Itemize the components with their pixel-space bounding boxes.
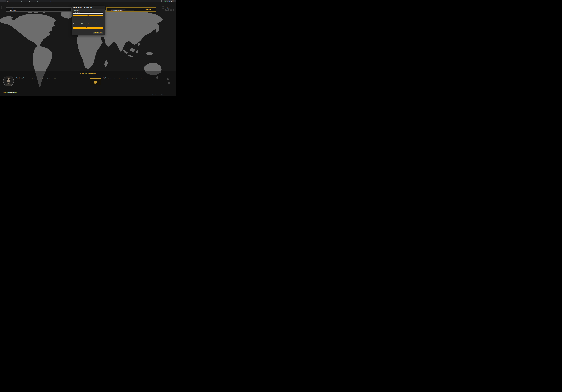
level-widget: Level 0 0 Points <box>162 5 164 10</box>
attribution-text: The map is based on public domain map da… <box>144 94 165 95</box>
map-zoom-in-button[interactable]: + <box>1 6 2 8</box>
back-icon[interactable]: ← <box>1 0 2 1</box>
maturity-circles <box>165 9 176 11</box>
share-icon[interactable] <box>161 0 162 1</box>
crossed-swords-icon <box>7 9 9 11</box>
email-label: Email Address <box>73 10 103 11</box>
attribution-link-2[interactable]: amCharts <box>172 94 175 95</box>
continue-as-guest-button[interactable]: Continue as guest <box>93 32 103 34</box>
accuracy-label: Accuracy <box>165 7 176 8</box>
attribution-link-1[interactable]: Natural Earth <box>165 94 170 95</box>
java-cup-icon <box>108 9 110 11</box>
forward-icon[interactable]: → <box>3 0 4 1</box>
attribution-and: and <box>171 94 172 95</box>
login-modal: Log in to track your progress Email Addr… <box>72 6 105 35</box>
secure-code-warrior-portal: ← → ↻ portal.securecodewarrior.com/?utm_… <box>0 0 176 96</box>
adversary-alias: Alias: Firstname Lastname <box>16 77 27 78</box>
extension-icon-blue[interactable] <box>169 0 170 1</box>
reload-icon[interactable]: ↻ <box>4 0 5 1</box>
maturity-circle-3 <box>170 9 172 11</box>
extensions-puzzle-icon[interactable] <box>171 0 172 1</box>
language-title: Java <box>111 8 123 10</box>
email-input[interactable] <box>73 12 103 14</box>
adversary-description: Subject is well-known for targeting worl… <box>16 78 58 79</box>
maturity-circle-4 <box>173 9 175 11</box>
map-attribution: The map is based on public domain map da… <box>144 94 175 95</box>
maturity-circle-2 <box>167 9 169 11</box>
maturity-label: Security Maturity <box>165 8 176 9</box>
adversary-profile-heading: ADVERSARY PROFILE <box>16 75 32 77</box>
mission-section-backdrop <box>0 71 176 96</box>
map-zoom-controls: + − <box>1 6 2 9</box>
adversary-avatar <box>3 76 14 87</box>
footer-divider <box>0 90 176 90</box>
chevron-down-icon[interactable]: ▾ <box>154 9 154 10</box>
weaknesses-title: Most Critical Weaknesses <box>165 6 176 7</box>
no-account-heading: Don't have an SCW account? <box>73 22 103 22</box>
enter-game-mode-button[interactable]: Enter game mode <box>7 92 17 93</box>
signup-description: Sign up for a free 14-day trial to track… <box>73 23 103 26</box>
map-zoom-out-button[interactable]: − <box>1 8 2 9</box>
login-modal-title: Log in to track your progress <box>72 6 105 9</box>
threat-name: SQL injection <box>103 77 108 78</box>
chrome-toolbar-right: C ⋮ <box>165 0 176 2</box>
points-value: 0 <box>162 9 164 10</box>
address-bar[interactable]: portal.securecodewarrior.com/?utm_source… <box>6 0 164 2</box>
threat-description: The IDS has detected a security threat. … <box>103 78 148 79</box>
forgot-password-link[interactable]: Forgot Password <box>97 18 103 19</box>
maturity-circle-1 <box>165 9 167 11</box>
signup-button[interactable]: Sign up <box>73 27 103 29</box>
skull-browser-icon <box>90 78 101 86</box>
login-button[interactable]: Login <box>3 92 7 93</box>
category-subtitle: SQL injection <box>10 10 17 11</box>
remembered-badge: REMEMBERED <box>145 9 152 10</box>
level-value: 0 <box>162 6 164 9</box>
extension-icon-green[interactable] <box>165 0 166 1</box>
category-title: Injection Flaws <box>10 8 17 10</box>
browser-menu-icon[interactable]: ⋮ <box>175 0 176 1</box>
mission-briefing-title: MISSION BRIEFING <box>0 73 176 74</box>
challenge-category-panel: Injection Flaws SQL injection <box>6 7 72 11</box>
points-label: Points <box>162 10 164 10</box>
profile-avatar[interactable]: C <box>172 0 174 2</box>
threat-profile-heading: THREAT PROFILE <box>103 75 116 77</box>
extension-icon-dark[interactable] <box>167 0 168 1</box>
login-modal-footer: Continue as guest <box>72 30 105 35</box>
next-button[interactable]: Next <box>73 15 103 16</box>
url-text: portal.securecodewarrior.com/?utm_source… <box>8 0 160 1</box>
browser-chrome: ← → ↻ portal.securecodewarrior.com/?utm_… <box>0 0 176 2</box>
language-subtitle: Enterprise Edition (Basic) <box>111 10 123 11</box>
mission-top-divider <box>0 71 176 71</box>
login-modal-body: Email Address Next Forgot Password Don't… <box>72 9 105 29</box>
weaknesses-widget: Most Critical Weaknesses Accuracy Securi… <box>165 6 176 11</box>
lock-icon <box>7 0 8 1</box>
language-selector-panel[interactable]: Java Enterprise Edition (Basic) REMEMBER… <box>106 7 156 11</box>
bookmark-star-icon[interactable]: ☆ <box>163 0 164 1</box>
portal-content: + − Injection Flaws SQL injection <box>0 2 176 96</box>
level-label: Level <box>162 5 164 6</box>
adversary-face-image <box>3 76 14 86</box>
